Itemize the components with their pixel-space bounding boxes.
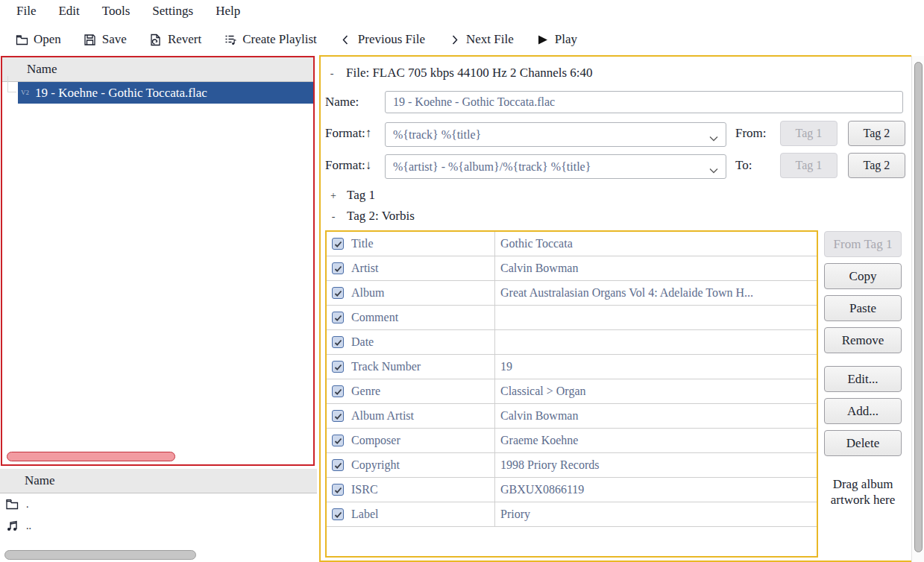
format-up-combobox[interactable]: %{track} %{title}: [385, 122, 726, 147]
frame-value-cell[interactable]: Calvin Bowman: [495, 256, 817, 280]
previous-file-button[interactable]: Previous File: [339, 32, 425, 47]
kid3-window: File Edit Tools Settings Help Open Save …: [0, 0, 924, 562]
copy-button[interactable]: Copy: [824, 263, 902, 289]
frame-checkbox[interactable]: [332, 435, 344, 446]
frame-value-cell[interactable]: 19: [495, 355, 817, 379]
file-list-header[interactable]: Name: [2, 57, 313, 82]
menu-settings[interactable]: Settings: [145, 2, 201, 20]
expand-toggle-icon[interactable]: +: [330, 190, 337, 202]
directory-list-header[interactable]: Name: [0, 469, 317, 493]
collapse-toggle-icon[interactable]: -: [330, 211, 337, 223]
button-label: Edit...: [847, 372, 878, 387]
frame-row[interactable]: Date: [327, 330, 817, 355]
frame-row[interactable]: ComposerGraeme Koehne: [327, 429, 817, 453]
editor-vscrollbar[interactable]: [911, 56, 924, 562]
remove-button[interactable]: Remove: [824, 327, 902, 353]
paste-button[interactable]: Paste: [824, 295, 902, 321]
frame-value-cell[interactable]: [495, 306, 817, 329]
edit-button[interactable]: Edit...: [824, 366, 902, 392]
directory-list-header-label: Name: [25, 473, 55, 488]
frame-row[interactable]: GenreClassical > Organ: [327, 379, 817, 404]
frame-name-cell: Album Artist: [327, 404, 495, 428]
music-notes-icon: [6, 520, 19, 531]
play-button[interactable]: Play: [536, 32, 577, 47]
frame-name-label: ISRC: [351, 483, 378, 496]
menu-bar: File Edit Tools Settings Help: [0, 0, 924, 22]
frame-checkbox[interactable]: [332, 238, 344, 250]
frame-row[interactable]: Album ArtistCalvin Bowman: [327, 404, 817, 429]
selected-file[interactable]: V2 19 - Koehne - Gothic Toccata.flac: [18, 82, 313, 104]
revert-icon: [149, 33, 163, 46]
open-label: Open: [34, 32, 61, 47]
frame-row[interactable]: AlbumGreat Australasian Organs Vol 4: Ad…: [327, 281, 817, 306]
frame-name-cell: Track Number: [327, 355, 495, 379]
folder-icon: [15, 33, 28, 46]
frame-name-cell: Artist: [327, 256, 495, 280]
frame-name-cell: Date: [327, 330, 495, 354]
add-button[interactable]: Add...: [824, 398, 902, 424]
frame-value-cell[interactable]: Great Australasian Organs Vol 4: Adelaid…: [495, 281, 817, 305]
menu-help[interactable]: Help: [208, 2, 248, 20]
frame-value-cell[interactable]: GBXUX0866119: [495, 478, 817, 502]
frame-checkbox[interactable]: [332, 312, 344, 323]
frame-value-cell[interactable]: [495, 330, 817, 354]
file-list-header-label: Name: [27, 62, 57, 77]
revert-button[interactable]: Revert: [149, 32, 201, 47]
to-tag1-button: Tag 1: [780, 153, 837, 178]
collapse-toggle-icon[interactable]: -: [328, 68, 336, 80]
frame-value-cell[interactable]: Classical > Organ: [495, 379, 817, 403]
menu-file[interactable]: File: [9, 2, 43, 20]
play-label: Play: [555, 32, 577, 47]
directory-row-current[interactable]: .: [0, 493, 317, 515]
frame-checkbox[interactable]: [332, 287, 344, 299]
frame-row[interactable]: LabelPriory: [327, 502, 817, 527]
frame-checkbox[interactable]: [332, 385, 344, 397]
format-down-label: Format:↓: [325, 158, 371, 173]
frame-name-cell: Copyright: [327, 453, 495, 477]
from-tag1-copy-button: From Tag 1: [824, 231, 902, 257]
frame-value-cell[interactable]: Calvin Bowman: [495, 404, 817, 428]
frame-checkbox[interactable]: [332, 508, 344, 520]
delete-button[interactable]: Delete: [824, 430, 902, 456]
play-icon: [536, 33, 550, 46]
frame-row[interactable]: ISRCGBXUX0866119: [327, 478, 817, 502]
frame-row[interactable]: Track Number19: [327, 355, 817, 379]
frame-value-cell[interactable]: Gothic Toccata: [495, 232, 817, 256]
directory-row-parent[interactable]: ..: [0, 515, 317, 537]
menu-edit[interactable]: Edit: [51, 2, 87, 20]
create-playlist-button[interactable]: Create Playlist: [224, 32, 317, 47]
frame-value-cell[interactable]: Priory: [495, 502, 817, 526]
frame-name-cell: Genre: [327, 379, 495, 403]
frame-value-cell[interactable]: Graeme Koehne: [495, 429, 817, 452]
frame-checkbox[interactable]: [332, 459, 344, 471]
next-file-button[interactable]: Next File: [447, 32, 514, 47]
save-button[interactable]: Save: [84, 32, 127, 47]
to-tag2-button[interactable]: Tag 2: [848, 153, 905, 178]
frame-value-cell[interactable]: 1998 Priory Records: [495, 453, 817, 477]
frame-row[interactable]: ArtistCalvin Bowman: [327, 256, 817, 281]
artwork-drop-zone[interactable]: Drag album artwork here: [820, 476, 906, 508]
file-list-row[interactable]: V2 19 - Koehne - Gothic Toccata.flac: [2, 82, 313, 104]
frame-row[interactable]: TitleGothic Toccata: [327, 232, 817, 256]
frame-checkbox[interactable]: [332, 361, 344, 373]
previous-file-label: Previous File: [358, 32, 425, 47]
next-file-label: Next File: [466, 32, 514, 47]
from-tag2-button[interactable]: Tag 2: [848, 121, 905, 146]
frame-checkbox[interactable]: [332, 410, 344, 422]
tag-editor-panel: - File: FLAC 705 kbps 44100 Hz 2 Channel…: [319, 55, 911, 562]
frame-checkbox[interactable]: [332, 336, 344, 348]
frame-name-label: Composer: [351, 434, 400, 447]
toolbar: Open Save Revert Create Playlist Previou…: [0, 24, 924, 55]
frame-table: TitleGothic ToccataArtistCalvin BowmanAl…: [325, 230, 818, 558]
frame-checkbox[interactable]: [332, 484, 344, 496]
frame-checkbox[interactable]: [332, 262, 344, 274]
open-button[interactable]: Open: [15, 32, 61, 47]
file-list-hscrollbar[interactable]: [7, 452, 175, 461]
vscrollbar-thumb[interactable]: [914, 62, 923, 552]
frame-row[interactable]: Comment: [327, 306, 817, 330]
format-down-combobox[interactable]: %{artist} - %{album}/%{track} %{title}: [385, 154, 726, 179]
directory-list-hscrollbar[interactable]: [4, 550, 196, 560]
menu-tools[interactable]: Tools: [95, 2, 138, 20]
filename-input[interactable]: 19 - Koehne - Gothic Toccata.flac: [385, 91, 903, 113]
frame-row[interactable]: Copyright1998 Priory Records: [327, 453, 817, 478]
